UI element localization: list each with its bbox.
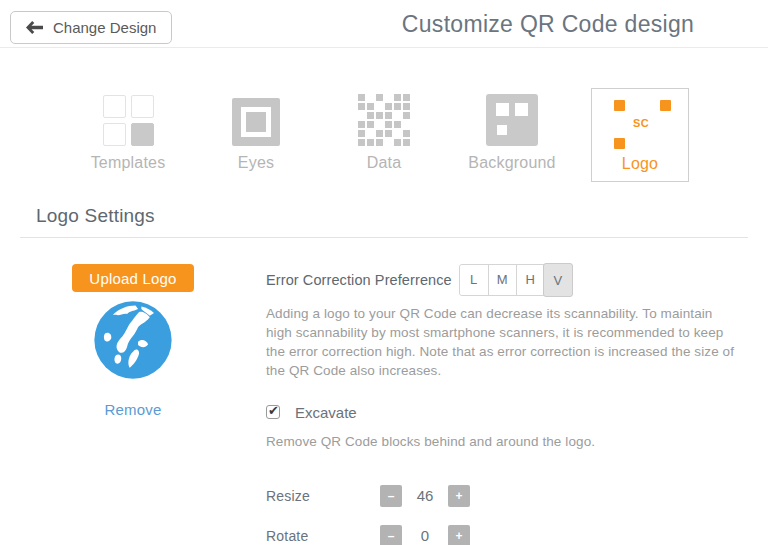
change-design-button[interactable]: Change Design <box>10 11 172 44</box>
excavate-row: ✔ Excavate <box>266 404 736 421</box>
tab-col-templates: Templates <box>64 88 192 182</box>
tab-eyes-label: Eyes <box>238 154 274 172</box>
change-design-label: Change Design <box>53 19 156 36</box>
eyes-icon-inner <box>246 112 266 132</box>
tab-col-background: Background <box>448 88 576 182</box>
logo-settings-panel: Upload Logo Remove Error Correction Pref… <box>0 264 768 545</box>
error-correction-option-v[interactable]: V <box>543 263 573 297</box>
logo-preview-image <box>91 298 175 386</box>
error-correction-option-l[interactable]: L <box>460 265 488 295</box>
resize-increment-button[interactable]: + <box>448 485 470 507</box>
design-tabs: Templates Eyes Data <box>64 88 704 182</box>
templates-icon-cell <box>131 123 154 146</box>
logo-icon-square <box>614 100 625 111</box>
resize-decrement-button[interactable]: – <box>380 485 402 507</box>
logo-preview-column: Upload Logo Remove <box>0 264 266 545</box>
tab-col-logo: SC Logo <box>576 88 704 182</box>
resize-label: Resize <box>266 488 380 504</box>
data-icon <box>358 94 410 146</box>
background-icon-hole <box>496 103 509 116</box>
globe-icon <box>91 298 175 382</box>
logo-icon-square <box>660 100 671 111</box>
tab-logo[interactable]: SC Logo <box>591 88 689 182</box>
back-arrow-icon <box>26 21 43 34</box>
rotate-increment-button[interactable]: + <box>448 525 470 545</box>
templates-icon-cell <box>103 95 126 118</box>
tab-background[interactable]: Background <box>448 88 576 182</box>
tab-eyes[interactable]: Eyes <box>192 88 320 182</box>
tab-data[interactable]: Data <box>320 88 448 182</box>
templates-icon <box>103 95 154 146</box>
templates-icon-cell <box>103 123 126 146</box>
resize-value: 46 <box>402 487 448 504</box>
tab-background-label: Background <box>468 154 555 172</box>
checkmark-icon: ✔ <box>268 403 279 418</box>
tab-templates[interactable]: Templates <box>64 88 192 182</box>
logo-icon-sc-text: SC <box>633 117 649 129</box>
top-bar: Change Design Customize QR Code design <box>0 0 768 48</box>
rotate-row: Rotate – 0 + <box>266 525 736 545</box>
logo-icon-square <box>614 138 625 149</box>
error-correction-group: L M H V <box>459 264 573 296</box>
eyes-icon <box>232 98 280 146</box>
error-correction-option-m[interactable]: M <box>488 265 516 295</box>
error-correction-description: Adding a logo to your QR Code can decrea… <box>266 305 736 381</box>
rotate-value: 0 <box>402 527 448 544</box>
error-correction-row: Error Correction Preferrence L M H V <box>266 264 736 296</box>
tab-templates-label: Templates <box>91 154 166 172</box>
upload-logo-button[interactable]: Upload Logo <box>72 264 193 292</box>
error-correction-label: Error Correction Preferrence <box>266 272 452 288</box>
section-title: Logo Settings <box>36 205 748 227</box>
section-divider <box>20 237 748 238</box>
templates-icon-cell <box>131 95 154 118</box>
excavate-label: Excavate <box>295 404 357 421</box>
error-correction-option-h[interactable]: H <box>516 265 544 295</box>
logo-icon: SC <box>592 89 690 151</box>
page-title: Customize QR Code design <box>402 10 694 37</box>
remove-logo-link[interactable]: Remove <box>104 401 161 418</box>
excavate-description: Remove QR Code blocks behind and around … <box>266 434 736 449</box>
rotate-decrement-button[interactable]: – <box>380 525 402 545</box>
background-icon <box>486 94 538 146</box>
background-icon-hole <box>497 125 507 135</box>
tab-col-eyes: Eyes <box>192 88 320 182</box>
logo-options-column: Error Correction Preferrence L M H V Add… <box>266 264 768 545</box>
rotate-label: Rotate <box>266 528 380 544</box>
tab-col-data: Data <box>320 88 448 182</box>
tab-data-label: Data <box>367 154 402 172</box>
background-icon-hole <box>515 103 528 116</box>
resize-row: Resize – 46 + <box>266 485 736 507</box>
excavate-checkbox[interactable]: ✔ <box>266 405 280 419</box>
tab-logo-label: Logo <box>622 155 658 173</box>
